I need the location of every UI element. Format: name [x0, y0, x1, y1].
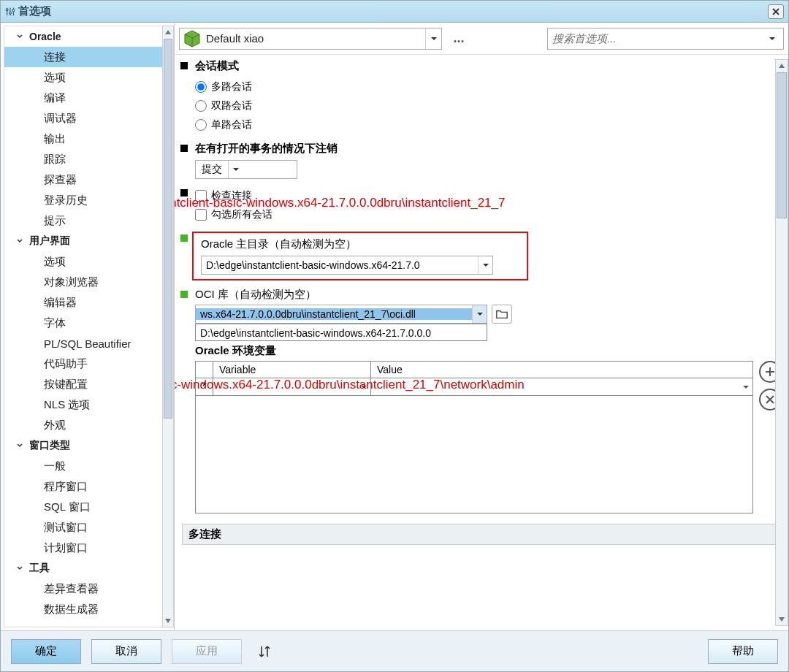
tree-item[interactable]: 连接 [4, 47, 172, 67]
tree-item[interactable]: 选项 [4, 251, 172, 272]
tree-item[interactable]: 一般 [4, 456, 172, 476]
env-vars-title: Oracle 环境变量 [195, 344, 782, 358]
tree-item[interactable]: PL/SQL Beautifier [4, 333, 172, 354]
section-oracle-home: Oracle 主目录（自动检测为空） D:\edge\instantclient… [182, 232, 782, 280]
tree-category[interactable]: 工具 [4, 558, 172, 579]
tree-item[interactable]: 编辑器 [4, 292, 172, 313]
tree-category[interactable]: 窗口类型 [4, 435, 172, 456]
ok-button[interactable]: 确定 [11, 639, 81, 664]
tree-item[interactable]: SQL 窗口 [4, 497, 172, 517]
sidebar: Oracle连接选项编译调试器输出跟踪探查器登录历史提示用户界面选项对象浏览器编… [1, 23, 175, 630]
tree-item[interactable]: 对象浏览器 [4, 272, 172, 292]
settings-content: 会话模式 多路会话双路会话单路会话 在有打开的事务的情况下注销 提交 [175, 55, 788, 630]
chevron-down-icon [472, 305, 487, 323]
profile-combo[interactable]: Default xiao [179, 28, 442, 50]
session-mode-option[interactable]: 多路会话 [195, 77, 782, 96]
cancel-button[interactable]: 取消 [91, 639, 161, 664]
svg-point-1 [9, 12, 12, 14]
preferences-window: 首选项 Oracle连接选项编译调试器输出跟踪探查器登录历史提示用户界面选项对象… [0, 0, 789, 672]
chevron-down-icon [228, 161, 243, 178]
annotation-path-2: D:\edge\instantclient-basic-windows.x64-… [175, 378, 525, 392]
session-mode-option[interactable]: 单路会话 [195, 115, 782, 134]
tree-item[interactable]: NLS 选项 [4, 394, 172, 415]
chevron-down-icon [478, 256, 492, 274]
section-logout: 在有打开的事务的情况下注销 提交 [182, 142, 782, 179]
tree-item[interactable]: 编译 [4, 88, 172, 108]
tree-item[interactable]: 跟踪 [4, 149, 172, 169]
tree-item[interactable]: 选项 [4, 67, 172, 88]
tree-item[interactable]: 登录历史 [4, 190, 172, 210]
help-button[interactable]: 帮助 [708, 639, 778, 664]
main-panel: Default xiao ... 会话模式 多路会话双路会话单路会 [175, 23, 788, 630]
profile-name: Default xiao [205, 32, 425, 45]
search-box[interactable] [547, 28, 784, 50]
search-input[interactable] [552, 32, 766, 45]
svg-point-0 [6, 8, 8, 10]
browse-button[interactable] [492, 305, 512, 324]
section-session-mode: 会话模式 多路会话双路会话单路会话 [182, 59, 782, 134]
tree-category[interactable]: Oracle [4, 26, 172, 47]
chevron-down-icon[interactable] [425, 28, 441, 49]
tree-category[interactable]: 用户界面 [4, 231, 172, 251]
sliders-icon [5, 7, 15, 17]
tree-item[interactable]: 调试器 [4, 108, 172, 129]
tree-item[interactable]: 数据生成器 [4, 599, 172, 619]
annotation-path-1: D:\edge\instantclient-basic-windows.x64-… [175, 196, 505, 210]
sidebar-scrollbar[interactable] [162, 26, 174, 627]
tree-item[interactable]: 按键配置 [4, 374, 172, 394]
tree-item[interactable]: 代码助手 [4, 354, 172, 374]
apply-button[interactable]: 应用 [172, 639, 242, 664]
oci-path-combo[interactable]: ws.x64-21.7.0.0.0dbru\instantclient_21_7… [195, 305, 487, 324]
oracle-home-label: Oracle 主目录（自动检测为空） [201, 237, 519, 251]
cube-icon [183, 29, 202, 48]
session-mode-option[interactable]: 双路会话 [195, 96, 782, 115]
col-variable: Variable [213, 362, 371, 378]
oci-history-item[interactable]: D:\edge\instantclient-basic-windows.x64-… [195, 324, 487, 341]
content-scrollbar[interactable] [775, 59, 788, 626]
window-title: 首选项 [18, 4, 768, 18]
tree-item[interactable]: 字体 [4, 313, 172, 333]
tree-item[interactable]: 程序窗口 [4, 476, 172, 497]
section-multi-connection: 多连接 [182, 524, 782, 555]
chevron-down-icon[interactable] [766, 35, 779, 42]
svg-point-2 [12, 9, 15, 11]
category-tree: Oracle连接选项编译调试器输出跟踪探查器登录历史提示用户界面选项对象浏览器编… [4, 26, 172, 627]
section-title: 会话模式 [195, 59, 782, 73]
section-oci-library: OCI 库（自动检测为空） ws.x64-21.7.0.0.0dbru\inst… [182, 288, 782, 341]
tree-item[interactable]: 外观 [4, 415, 172, 435]
tree-item[interactable]: 计划窗口 [4, 538, 172, 558]
tree-item[interactable]: 提示 [4, 210, 172, 231]
close-button[interactable] [768, 4, 784, 19]
titlebar: 首选项 [1, 1, 788, 23]
tree-item[interactable]: 探查器 [4, 169, 172, 190]
tree-item[interactable]: 差异查看器 [4, 579, 172, 599]
dialog-footer: 确定 取消 应用 帮助 [1, 630, 788, 671]
oracle-home-combo[interactable]: D:\edge\instantclient-basic-windows.x64-… [201, 256, 493, 275]
main-toolbar: Default xiao ... [175, 23, 788, 55]
col-value: Value [371, 362, 752, 378]
oci-label: OCI 库（自动检测为空） [195, 288, 782, 302]
tree-item[interactable]: 输出 [4, 129, 172, 149]
logout-action-select[interactable]: 提交 [195, 160, 297, 179]
section-title: 在有打开的事务的情况下注销 [195, 142, 782, 156]
more-button[interactable]: ... [448, 31, 470, 46]
tree-item[interactable]: 测试窗口 [4, 517, 172, 538]
sort-button[interactable] [252, 639, 277, 664]
